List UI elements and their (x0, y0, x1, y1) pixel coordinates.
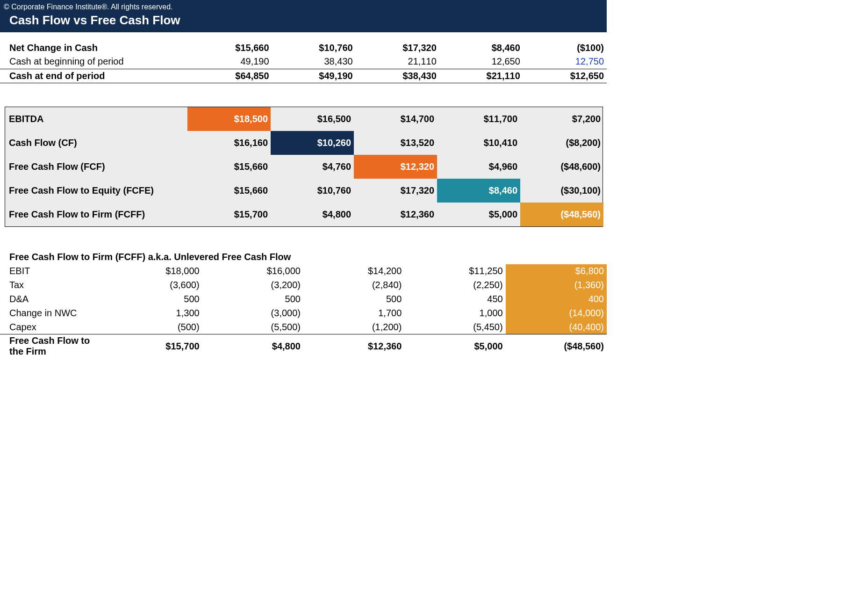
cell-value: $8,460 (439, 41, 523, 55)
cell-value: 500 (202, 292, 303, 306)
cell-value-highlight: $18,500 (187, 107, 271, 131)
cell-value: $12,360 (303, 334, 404, 358)
cell-value-highlight: $10,260 (271, 131, 354, 155)
row-ebit: EBIT $18,000 $16,000 $14,200 $11,250 $6,… (0, 264, 607, 278)
cell-label: Free Cash Flow (FCF) (5, 155, 187, 179)
cell-value: $14,700 (354, 107, 437, 131)
row-fcff-total: Free Cash Flow to the Firm $15,700 $4,80… (0, 334, 607, 358)
cell-value: (5,500) (202, 320, 303, 334)
cell-value: (3,000) (202, 306, 303, 320)
page: © Corporate Finance Institute®. All righ… (0, 0, 607, 358)
cell-value: 1,300 (101, 306, 202, 320)
cell-value: 49,190 (188, 55, 272, 69)
cell-value: (500) (101, 320, 202, 334)
cell-label: Cash at end of period (0, 69, 188, 83)
cell-label: Change in NWC (0, 306, 101, 320)
row-cash-end: Cash at end of period $64,850 $49,190 $3… (0, 69, 607, 83)
cell-value: 1,000 (404, 306, 505, 320)
cell-label: D&A (0, 292, 101, 306)
row-capex: Capex (500) (5,500) (1,200) (5,450) (40,… (0, 320, 607, 334)
cell-value: (2,250) (404, 278, 505, 292)
cell-label: Capex (0, 320, 101, 334)
metrics-table: EBITDA $18,500 $16,500 $14,700 $11,700 $… (5, 107, 603, 226)
cell-value: $17,320 (354, 179, 437, 203)
cell-value-highlight: (1,360) (506, 278, 607, 292)
cell-value: $16,500 (271, 107, 354, 131)
page-header: © Corporate Finance Institute®. All righ… (0, 0, 607, 32)
cell-value: $12,650 (523, 69, 607, 83)
cell-value-highlight: (40,400) (506, 320, 607, 334)
cell-value: $64,850 (188, 69, 272, 83)
cell-value: (3,200) (202, 278, 303, 292)
row-cf: Cash Flow (CF) $16,160 $10,260 $13,520 $… (5, 131, 603, 155)
row-fcf: Free Cash Flow (FCF) $15,660 $4,760 $12,… (5, 155, 603, 179)
fcff-detail-table: Free Cash Flow to Firm (FCFF) a.k.a. Unl… (0, 250, 607, 358)
cell-value: $5,000 (437, 203, 520, 226)
cell-value: 38,430 (272, 55, 356, 69)
cell-value: (2,840) (303, 278, 404, 292)
row-nwc: Change in NWC 1,300 (3,000) 1,700 1,000 … (0, 306, 607, 320)
cell-value: $16,160 (187, 131, 271, 155)
cell-value: $21,110 (439, 69, 523, 83)
cell-value: (3,600) (101, 278, 202, 292)
cell-value: 1,700 (303, 306, 404, 320)
cash-summary-table: Net Change in Cash $15,660 $10,760 $17,3… (0, 41, 607, 83)
row-da: D&A 500 500 500 450 400 (0, 292, 607, 306)
cell-label: Cash Flow (CF) (5, 131, 187, 155)
cell-value: ($48,560) (506, 334, 607, 358)
row-fcff-title: Free Cash Flow to Firm (FCFF) a.k.a. Unl… (0, 250, 607, 264)
cell-value: 12,650 (439, 55, 523, 69)
cell-value-highlight: 400 (506, 292, 607, 306)
cell-label: EBIT (0, 264, 101, 278)
metrics-box: EBITDA $18,500 $16,500 $14,700 $11,700 $… (5, 107, 603, 227)
section-title: Free Cash Flow to Firm (FCFF) a.k.a. Unl… (0, 250, 607, 264)
cell-value: $4,760 (271, 155, 354, 179)
page-title: Cash Flow vs Free Cash Flow (4, 13, 603, 28)
cell-label: Tax (0, 278, 101, 292)
cell-value: $4,960 (437, 155, 520, 179)
cell-value: $10,760 (272, 41, 356, 55)
cell-value: ($30,100) (520, 179, 603, 203)
cell-value: $15,700 (187, 203, 271, 226)
cell-value: $10,410 (437, 131, 520, 155)
row-cash-begin: Cash at beginning of period 49,190 38,43… (0, 55, 607, 69)
cell-label: Free Cash Flow to the Firm (0, 334, 101, 358)
cell-value: 21,110 (356, 55, 439, 69)
row-tax: Tax (3,600) (3,200) (2,840) (2,250) (1,3… (0, 278, 607, 292)
cell-value: $4,800 (271, 203, 354, 226)
cell-value-link: 12,750 (523, 55, 607, 69)
cell-value: $17,320 (356, 41, 439, 55)
row-net-change: Net Change in Cash $15,660 $10,760 $17,3… (0, 41, 607, 55)
cell-value: $12,360 (354, 203, 437, 226)
cell-value: (1,200) (303, 320, 404, 334)
cell-value: $5,000 (404, 334, 505, 358)
cell-value: 500 (101, 292, 202, 306)
cell-value: $7,200 (520, 107, 603, 131)
cell-value-highlight: $12,320 (354, 155, 437, 179)
cell-value: $49,190 (272, 69, 356, 83)
cell-label: Net Change in Cash (0, 41, 188, 55)
cell-value: $15,700 (101, 334, 202, 358)
cell-value-highlight: $6,800 (506, 264, 607, 278)
cell-value: 450 (404, 292, 505, 306)
row-fcff: Free Cash Flow to Firm (FCFF) $15,700 $4… (5, 203, 603, 226)
copyright-text: © Corporate Finance Institute®. All righ… (4, 3, 603, 11)
cell-value: $15,660 (187, 155, 271, 179)
cell-value: $14,200 (303, 264, 404, 278)
cell-value: $11,700 (437, 107, 520, 131)
cell-label: EBITDA (5, 107, 187, 131)
cell-value: $15,660 (187, 179, 271, 203)
cell-value: (5,450) (404, 320, 505, 334)
cell-value-highlight: $8,460 (437, 179, 520, 203)
cell-value: $16,000 (202, 264, 303, 278)
cell-value: ($48,600) (520, 155, 603, 179)
row-fcfe: Free Cash Flow to Equity (FCFE) $15,660 … (5, 179, 603, 203)
cell-value: ($8,200) (520, 131, 603, 155)
cell-label: Cash at beginning of period (0, 55, 188, 69)
cell-label: Free Cash Flow to Equity (FCFE) (5, 179, 187, 203)
cell-value: $10,760 (271, 179, 354, 203)
cell-value: $15,660 (188, 41, 272, 55)
cell-value: $13,520 (354, 131, 437, 155)
cell-value: $18,000 (101, 264, 202, 278)
cell-value: ($100) (523, 41, 607, 55)
